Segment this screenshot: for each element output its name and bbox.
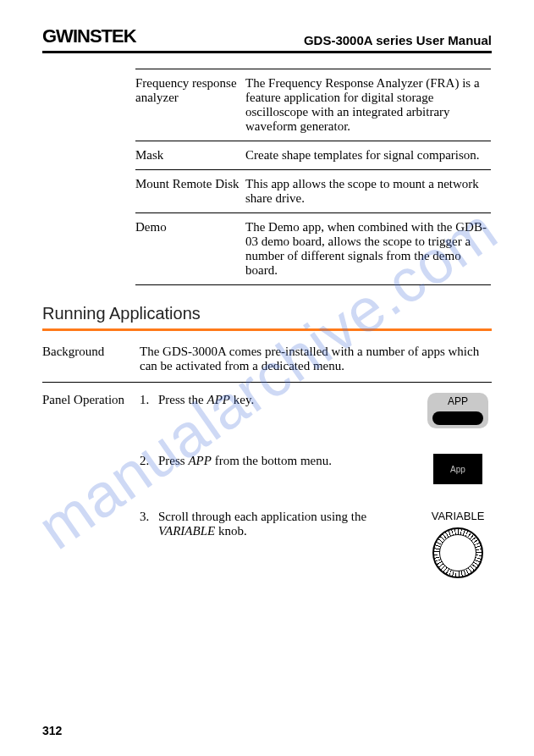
section-rule	[42, 328, 492, 331]
step-number: 2.	[140, 454, 158, 468]
step-2: 2. Press APP from the bottom menu. App	[140, 454, 492, 484]
brand-logo: GWINSTEK	[42, 25, 136, 47]
table-row: Mount Remote Disk This app allows the sc…	[135, 170, 491, 213]
step-description: Press APP from the bottom menu.	[158, 454, 424, 468]
app-menu-button-icon: App	[433, 454, 482, 484]
table-row: Frequency response analyzer The Frequenc…	[135, 69, 491, 141]
page-number: 312	[42, 724, 62, 737]
step-description: Press the APP key.	[158, 393, 424, 407]
app-key-icon: APP	[427, 393, 488, 428]
feature-desc: This app allows the scope to mount a net…	[245, 170, 491, 213]
panel-operation-body: 1. Press the APP key. APP 2. Press APP f…	[140, 393, 492, 607]
feature-term: Mask	[135, 141, 245, 170]
step-3: 3. Scroll through each application using…	[140, 510, 492, 582]
knob-icon	[432, 527, 483, 578]
section-heading: Running Applications	[42, 304, 492, 323]
panel-operation-row: Panel Operation 1. Press the APP key. AP…	[42, 393, 492, 607]
background-text: The GDS-3000A comes pre-installed with a…	[140, 345, 492, 373]
app-key-label: APP	[448, 395, 468, 407]
menu-button-graphic: App	[424, 454, 492, 484]
background-row: Background The GDS-3000A comes pre-insta…	[42, 345, 492, 383]
feature-table: Frequency response analyzer The Frequenc…	[135, 69, 491, 285]
table-row: Demo The Demo app, when combined with th…	[135, 213, 491, 285]
step-description: Scroll through each application using th…	[158, 510, 424, 538]
feature-term: Frequency response analyzer	[135, 69, 245, 141]
document-title: GDS-3000A series User Manual	[304, 33, 492, 47]
step-1: 1. Press the APP key. APP	[140, 393, 492, 428]
feature-desc: The Demo app, when combined with the GDB…	[245, 213, 491, 285]
variable-label: VARIABLE	[424, 510, 492, 522]
step-number: 3.	[140, 510, 158, 538]
variable-knob-graphic: VARIABLE	[424, 510, 492, 582]
feature-desc: The Frequency Response Analyzer (FRA) is…	[245, 69, 491, 141]
background-label: Background	[42, 345, 140, 373]
table-row: Mask Create shape templates for signal c…	[135, 141, 491, 170]
feature-term: Demo	[135, 213, 245, 285]
app-key-graphic: APP	[424, 393, 492, 428]
panel-operation-label: Panel Operation	[42, 393, 140, 607]
feature-desc: Create shape templates for signal compar…	[245, 141, 491, 170]
step-number: 1.	[140, 393, 158, 407]
page-header: GWINSTEK GDS-3000A series User Manual	[42, 25, 492, 53]
feature-term: Mount Remote Disk	[135, 170, 245, 213]
